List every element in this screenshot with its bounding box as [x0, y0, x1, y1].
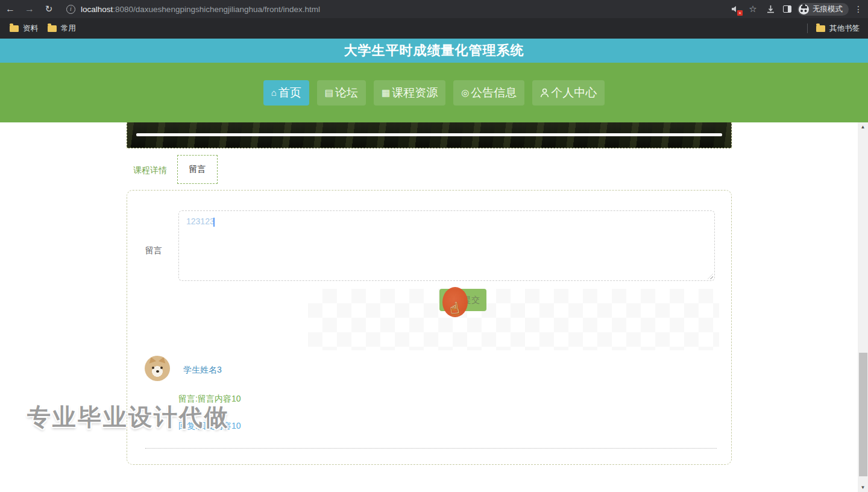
main-nav: ⌂ 首页 ▤ 论坛 ▦ 课程资源 ◎ 公告信息 个人中心 [0, 63, 868, 122]
nav-label: 公告信息 [471, 85, 517, 101]
scrollbar-thumb[interactable] [859, 353, 867, 476]
nav-label: 个人中心 [551, 85, 597, 101]
page-info-icon[interactable]: i [66, 5, 75, 14]
bookmark-folder-ziliao[interactable]: 资料 [10, 24, 38, 34]
comment-avatar [145, 356, 170, 381]
incognito-icon [799, 4, 809, 14]
other-bookmarks[interactable]: 其他书签 [816, 24, 860, 34]
bookmarks-bar: 资料 常用 其他书签 [0, 18, 868, 39]
other-bookmarks-label: 其他书签 [829, 24, 860, 34]
folder-icon [10, 25, 19, 32]
download-icon[interactable] [764, 2, 777, 16]
message-textarea[interactable]: 123123 [178, 210, 715, 281]
bookmarks-right: 其他书签 [807, 24, 868, 34]
folder-icon [48, 25, 57, 32]
nav-label: 课程资源 [392, 85, 438, 101]
bookmark-label: 常用 [61, 24, 76, 34]
toolbar-right: × ☆ 无痕模式 ⋮ [730, 2, 868, 16]
carousel-banner-image [127, 122, 732, 148]
incognito-badge: 无痕模式 [797, 3, 849, 16]
scroll-down-icon[interactable]: ▼ [858, 483, 868, 492]
message-textarea-wrap: 123123 [178, 210, 715, 281]
home-icon: ⌂ [271, 88, 277, 97]
chrome-menu-icon[interactable]: ⋮ [852, 4, 864, 14]
comment-author-name: 学生姓名3 [183, 365, 222, 376]
announcement-icon: ◎ [461, 88, 469, 97]
nav-item-home[interactable]: ⌂ 首页 [263, 80, 309, 106]
page-scrollbar[interactable]: ▲ ▼ [858, 122, 868, 492]
bookmarks-separator [807, 24, 808, 33]
url-host: localhost [81, 5, 113, 14]
media-badge-icon: × [737, 10, 743, 16]
nav-label: 首页 [278, 85, 301, 101]
back-icon[interactable]: ← [4, 2, 17, 16]
folder-icon [816, 25, 825, 32]
nav-label: 论坛 [335, 85, 358, 101]
page-title: 大学生平时成绩量化管理系统 [344, 42, 524, 60]
nav-item-course-resources[interactable]: ▦ 课程资源 [374, 80, 445, 106]
message-form-label: 留言 [145, 245, 162, 256]
scroll-up-icon[interactable]: ▲ [858, 122, 868, 131]
reload-icon[interactable]: ↻ [42, 2, 55, 16]
watermark-text: 专业毕业设计代做 [27, 401, 230, 434]
forum-icon: ▤ [325, 88, 333, 97]
text-caret [213, 218, 215, 227]
course-resources-icon: ▦ [382, 88, 390, 97]
media-indicator-icon[interactable]: × [730, 3, 742, 15]
forward-icon[interactable]: → [23, 2, 36, 16]
url-path: :8080/daxueshengpingshichengjilianghua/f… [113, 5, 320, 14]
tab-course-details[interactable]: 课程详情 [133, 165, 167, 176]
bookmark-label: 资料 [23, 24, 38, 34]
nav-item-forum[interactable]: ▤ 论坛 [317, 80, 366, 106]
comment-separator [145, 448, 717, 449]
side-panel-icon[interactable] [781, 2, 794, 16]
person-icon [540, 88, 549, 98]
bookmark-star-icon[interactable]: ☆ [746, 4, 760, 14]
incognito-label: 无痕模式 [813, 4, 843, 14]
nav-item-personal-center[interactable]: 个人中心 [532, 80, 605, 106]
nav-item-announcements[interactable]: ◎ 公告信息 [453, 80, 524, 106]
page-content: 课程详情 留言 留言 123123 立即提交 ☝ 学生姓名3 留言:留言内容10… [0, 122, 858, 492]
watermark-checker-pattern [308, 289, 719, 350]
screen: ← → ↻ i localhost:8080/daxueshengpingshi… [0, 0, 868, 492]
tab-messages[interactable]: 留言 [177, 155, 218, 184]
browser-toolbar: ← → ↻ i localhost:8080/daxueshengpingshi… [0, 0, 868, 18]
carousel-indicator-line [136, 133, 722, 136]
url-bar[interactable]: localhost:8080/daxueshengpingshichengjil… [81, 5, 320, 14]
bookmark-folder-changyong[interactable]: 常用 [48, 24, 76, 34]
site-header: 大学生平时成绩量化管理系统 [0, 39, 868, 63]
